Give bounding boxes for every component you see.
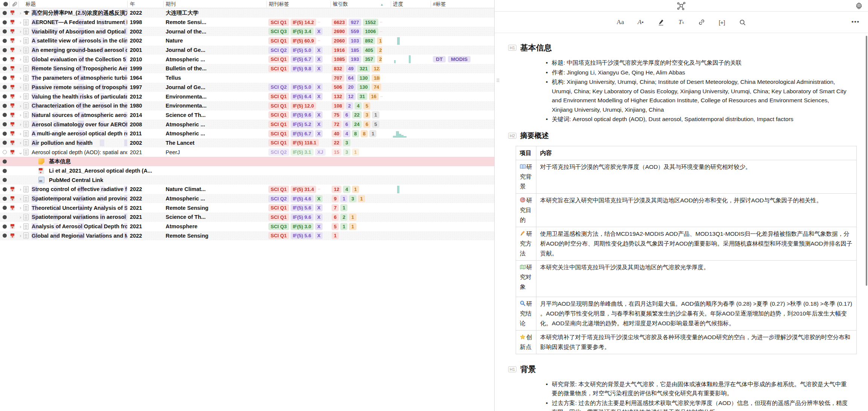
- attachment-row[interactable]: PubMed Central Link: [0, 175, 494, 185]
- item-row[interactable]: ›Theoretical Uncertainty Analysis of Sat…: [0, 203, 494, 212]
- read-status-dot[interactable]: [3, 178, 7, 182]
- item-row[interactable]: ›Remote Sensing of Tropospheric Aeroso..…: [0, 64, 494, 73]
- text-color-icon[interactable]: A●: [635, 17, 646, 27]
- tags-column-header[interactable]: #标签: [433, 0, 446, 8]
- item-row[interactable]: ›Passive remote sensing of tropospheric …: [0, 83, 494, 92]
- item-row[interactable]: ›Strong control of effective radiative f…: [0, 185, 494, 194]
- read-status-dot[interactable]: [3, 169, 7, 173]
- read-status-dot[interactable]: [3, 234, 7, 238]
- read-status-dot[interactable]: [3, 197, 7, 201]
- expand-chevron[interactable]: ›: [18, 36, 23, 45]
- item-row[interactable]: ›Valuing the health risks of particulate…: [0, 92, 494, 101]
- item-row[interactable]: ›Spatiotemporal variation and provincial…: [0, 194, 494, 203]
- citation-icon[interactable]: [+]: [717, 17, 727, 27]
- expand-chevron[interactable]: ›: [18, 92, 23, 101]
- read-status-dot[interactable]: [3, 29, 7, 33]
- sort-ascending-icon[interactable]: ▲: [378, 0, 384, 8]
- drag-handle-icon[interactable]: ⠿: [496, 79, 501, 85]
- attachment-row[interactable]: 基本信息: [0, 157, 494, 166]
- expand-chevron[interactable]: ›: [18, 222, 23, 231]
- expand-chevron[interactable]: ›: [18, 64, 23, 73]
- expand-chevron[interactable]: ›: [18, 138, 23, 148]
- badge: SCI Q1: [268, 214, 289, 221]
- read-status-dot[interactable]: [3, 113, 7, 117]
- journal-tags-column-header[interactable]: 期刊标签: [269, 0, 289, 8]
- expand-chevron[interactable]: ›: [18, 83, 23, 92]
- item-row[interactable]: ›AERONET—A Federated Instrument Net...19…: [0, 18, 494, 27]
- read-status-dot[interactable]: [3, 57, 7, 61]
- item-row[interactable]: ›An emerging ground-based aerosol cli...…: [0, 45, 494, 55]
- graph-view-icon[interactable]: [676, 1, 687, 11]
- read-status-dot[interactable]: [3, 215, 7, 219]
- document-icon: [23, 28, 29, 35]
- settings-gear-icon[interactable]: [854, 2, 863, 11]
- read-status-dot[interactable]: [3, 39, 7, 43]
- read-status-dot[interactable]: [3, 11, 7, 15]
- item-row[interactable]: ›Global and Regional Variations and Mai.…: [0, 231, 494, 241]
- item-row[interactable]: ›Analysis of Aerosol Optical Depth from …: [0, 222, 494, 231]
- read-status-dot[interactable]: [3, 141, 7, 145]
- item-row[interactable]: ⌄Aerosol optical depth (AOD): spatial an…: [0, 147, 494, 157]
- expand-chevron[interactable]: ›: [18, 129, 23, 138]
- link-icon[interactable]: [696, 17, 707, 27]
- expand-chevron[interactable]: ›: [18, 212, 23, 222]
- read-status-dot[interactable]: [3, 206, 7, 210]
- expand-chevron[interactable]: ›: [18, 55, 23, 64]
- read-status-dot[interactable]: [3, 76, 7, 80]
- read-status-dot[interactable]: [3, 104, 7, 108]
- read-status-dot[interactable]: [3, 150, 7, 154]
- more-options-button[interactable]: •••: [851, 18, 860, 25]
- expand-chevron[interactable]: ›: [18, 73, 23, 83]
- expand-chevron[interactable]: ›: [18, 18, 23, 27]
- badge: 130: [357, 83, 370, 91]
- read-status-dot[interactable]: [3, 122, 7, 126]
- item-row[interactable]: ›Spatiotemporal variations in aerosol op…: [0, 212, 494, 222]
- read-status-column-header[interactable]: [3, 0, 8, 8]
- journal-column-header[interactable]: 期刊: [166, 0, 176, 8]
- expand-chevron[interactable]: ›: [18, 45, 23, 55]
- item-tags: [433, 36, 492, 45]
- read-status-dot[interactable]: [3, 132, 7, 136]
- title-column-header[interactable]: 标题: [26, 0, 36, 8]
- year-column-header[interactable]: 年: [130, 0, 135, 8]
- read-status-dot[interactable]: [3, 224, 7, 229]
- expand-chevron[interactable]: ›: [18, 203, 23, 212]
- item-row[interactable]: ›Characterization of the aerosol in the …: [0, 101, 494, 111]
- item-row[interactable]: ›高空间分辨率PM_(2.5)浓度的遥感反演方法...2022大连理工大学: [0, 8, 494, 18]
- read-status-dot[interactable]: [3, 187, 7, 191]
- journal-tag-badges: SCI Q2IF(5) 5.0X: [268, 45, 331, 55]
- item-row[interactable]: ›Variability of Absorption and Optical P…: [0, 27, 494, 36]
- citations-column-header[interactable]: 被引数: [333, 0, 348, 8]
- reader-scrollbar[interactable]: [866, 36, 867, 286]
- expand-chevron[interactable]: ›: [18, 185, 23, 194]
- expand-chevron[interactable]: ›: [18, 111, 23, 120]
- item-row[interactable]: ›Global evaluation of the Collection 5 M…: [0, 55, 494, 64]
- expand-chevron[interactable]: ›: [18, 194, 23, 203]
- clear-format-icon[interactable]: Tx: [676, 17, 687, 27]
- highlight-icon[interactable]: [656, 17, 666, 27]
- read-status-dot[interactable]: [3, 20, 7, 24]
- read-status-dot[interactable]: [3, 94, 7, 99]
- item-row[interactable]: ›A multi-angle aerosol optical depth ret…: [0, 129, 494, 138]
- expand-chevron[interactable]: ⌄: [18, 147, 23, 157]
- expand-chevron[interactable]: ›: [18, 120, 23, 129]
- progress-column-header[interactable]: 进度: [393, 0, 403, 8]
- badge: X: [315, 93, 323, 100]
- item-row[interactable]: ›Aerosol climatology over four AERONET..…: [0, 120, 494, 129]
- read-status-dot[interactable]: [3, 159, 7, 164]
- search-icon[interactable]: [737, 17, 748, 27]
- item-row[interactable]: ›Air pollution and health2002The LancetS…: [0, 138, 494, 148]
- read-status-dot[interactable]: [3, 67, 7, 71]
- attachment-row[interactable]: Li et al_2021_Aerosol optical depth (A..…: [0, 166, 494, 176]
- expand-chevron[interactable]: ›: [18, 27, 23, 36]
- expand-chevron[interactable]: ›: [18, 8, 23, 18]
- item-row[interactable]: ›A satellite view of aerosols in the cli…: [0, 36, 494, 45]
- item-row[interactable]: ›Natural sources of atmospheric aerosol.…: [0, 111, 494, 120]
- read-status-dot[interactable]: [3, 85, 7, 89]
- item-row[interactable]: ›The parameters of atmospheric turbidity…: [0, 73, 494, 83]
- expand-chevron[interactable]: ›: [18, 231, 23, 241]
- expand-chevron[interactable]: ›: [18, 101, 23, 111]
- item-title: Global and Regional Variations and Mai..…: [32, 231, 127, 241]
- font-size-icon[interactable]: Aa: [615, 17, 626, 27]
- read-status-dot[interactable]: [3, 48, 7, 52]
